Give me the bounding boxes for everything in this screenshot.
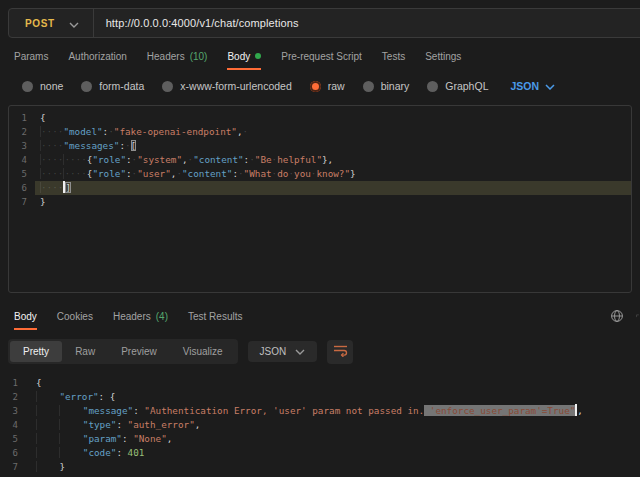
chevron-down-icon — [545, 80, 555, 92]
chevron-down-icon — [69, 14, 79, 32]
request-body-editor[interactable]: 1{2····"model":·"fake-openai-endpoint",·… — [8, 105, 632, 293]
code-line[interactable]: 5 "param": "None", — [0, 432, 640, 446]
line-number: 2 — [9, 125, 35, 139]
radio-icon — [363, 81, 374, 92]
response-headers-count: (4) — [156, 311, 168, 322]
line-number: 1 — [9, 111, 35, 125]
body-modified-dot-icon — [255, 53, 261, 59]
line-number: 7 — [9, 195, 35, 209]
radio-selected-icon — [310, 81, 321, 92]
code-line[interactable]: 1{ — [0, 376, 640, 390]
view-raw[interactable]: Raw — [62, 341, 108, 362]
line-number: 7 — [0, 460, 30, 474]
radio-icon — [162, 81, 173, 92]
method-selector[interactable]: POST — [9, 9, 93, 37]
tab-pre-request-script[interactable]: Pre-request Script — [281, 43, 362, 70]
response-language-select[interactable]: JSON — [248, 341, 318, 362]
code-line[interactable]: 6 "code": 401 — [0, 446, 640, 460]
code-line[interactable]: 3 "message": "Authentication Error, 'use… — [0, 404, 640, 418]
request-url-bar: POST http://0.0.0.0:4000/v1/chat/complet… — [8, 8, 640, 38]
clipped-icon[interactable] — [636, 310, 640, 322]
code-line[interactable]: 2····"model":·"fake-openai-endpoint",· — [9, 125, 631, 139]
line-number: 3 — [9, 139, 35, 153]
line-number: 5 — [9, 167, 35, 181]
tab-tests[interactable]: Tests — [382, 43, 405, 70]
code-line[interactable]: 4········{"role":·"system",·"content":·"… — [9, 153, 631, 167]
response-tab-test-results[interactable]: Test Results — [188, 303, 242, 330]
tab-body[interactable]: Body — [227, 43, 261, 70]
chevron-down-icon — [295, 346, 305, 357]
radio-form-data[interactable]: form-data — [81, 80, 144, 92]
radio-icon — [81, 81, 92, 92]
headers-count: (10) — [190, 51, 208, 62]
view-preview[interactable]: Preview — [108, 341, 170, 362]
view-visualize[interactable]: Visualize — [170, 341, 236, 362]
radio-raw[interactable]: raw — [310, 80, 345, 92]
line-number: 5 — [0, 432, 30, 446]
response-tab-body[interactable]: Body — [14, 303, 37, 330]
radio-icon — [22, 81, 33, 92]
line-number: 6 — [9, 181, 35, 195]
view-pretty[interactable]: Pretty — [10, 341, 62, 362]
wrap-text-icon — [333, 343, 348, 361]
request-language-select[interactable]: JSON — [510, 80, 555, 92]
code-line[interactable]: 7 } — [0, 460, 640, 474]
code-line[interactable]: 4 "type": "auth_error", — [0, 418, 640, 432]
response-tabs: Body Cookies Headers(4) Test Results — [0, 301, 640, 331]
code-line[interactable]: 2 "error": { — [0, 390, 640, 404]
response-body-editor[interactable]: 1{2 "error": {3 "message": "Authenticati… — [0, 372, 640, 477]
line-number: 3 — [0, 404, 30, 418]
line-number: 2 — [0, 390, 30, 404]
wrap-text-button[interactable] — [327, 340, 353, 364]
code-line[interactable]: 1{ — [9, 111, 631, 125]
tab-authorization[interactable]: Authorization — [68, 43, 126, 70]
radio-x-www-form-urlencoded[interactable]: x-www-form-urlencoded — [162, 80, 291, 92]
code-line[interactable]: 5········{"role":·"user",·"content":·"Wh… — [9, 167, 631, 181]
body-type-row: none form-data x-www-form-urlencoded raw… — [0, 71, 640, 99]
globe-icon[interactable] — [610, 309, 624, 323]
view-mode-control: Pretty Raw Preview Visualize — [8, 339, 238, 364]
code-line[interactable]: 6····] — [9, 181, 631, 195]
tab-settings[interactable]: Settings — [425, 43, 461, 70]
radio-binary[interactable]: binary — [363, 80, 410, 92]
line-number: 6 — [0, 446, 30, 460]
line-number: 1 — [0, 376, 30, 390]
tab-params[interactable]: Params — [14, 43, 48, 70]
request-tabs: Params Authorization Headers(10) Body Pr… — [0, 41, 640, 71]
response-tab-cookies[interactable]: Cookies — [57, 303, 93, 330]
code-line[interactable]: 3····"messages":·[ — [9, 139, 631, 153]
request-url-input[interactable]: http://0.0.0.0:4000/v1/chat/completions — [94, 17, 299, 29]
radio-graphql[interactable]: GraphQL — [427, 80, 488, 92]
radio-icon — [427, 81, 438, 92]
line-number: 4 — [0, 418, 30, 432]
code-line[interactable]: 7} — [9, 195, 631, 209]
response-tab-headers[interactable]: Headers(4) — [113, 303, 168, 330]
line-number: 4 — [9, 153, 35, 167]
radio-none[interactable]: none — [22, 80, 63, 92]
method-label: POST — [25, 18, 55, 29]
response-toolbar: Pretty Raw Preview Visualize JSON — [0, 331, 640, 372]
tab-headers[interactable]: Headers(10) — [147, 43, 208, 70]
